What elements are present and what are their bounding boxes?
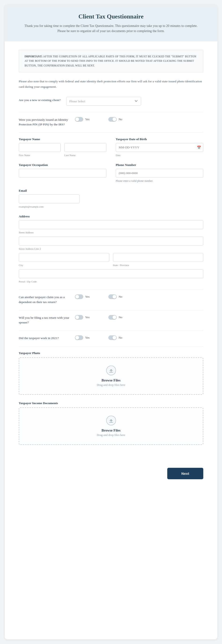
important-text: IMPORTANT: AFTER THE COMPLETION OF ALL A… [24,54,198,68]
dob-field-group: 📅 Date [116,143,204,156]
last-name-sublabel: Last Name [64,154,106,156]
ip-pin-question: Were you previously issued an Identity P… [19,117,75,127]
street2-sublabel: Street Address Line 2 [19,247,203,250]
ip-pin-yes-option: Yes [75,117,90,122]
dependent-no-toggle[interactable] [108,294,117,299]
income-documents-label: Taxpayer Income Documents [19,401,203,405]
dependent-options: Yes No [75,294,203,299]
first-name-group: First Name [19,143,60,156]
last-name-input[interactable] [64,143,106,152]
income-documents-upload-box[interactable]: Browse Files Drag and drop files here [19,408,203,445]
worked-no-toggle[interactable] [108,335,117,340]
header-section: Client Tax Questionnaire Thank you for t… [5,5,217,42]
phone-validation-note: Please enter a valid phone number. [116,180,204,182]
spouse-yes-label: Yes [85,316,90,319]
dob-sublabel: Date [116,154,204,156]
ip-pin-no-label: No [118,118,122,121]
upload-icon-income [106,415,116,426]
zip-input[interactable] [19,269,203,278]
phone-section: Phone Number Please enter a valid phone … [116,163,204,182]
income-documents-drag-label: Drag and drop files here [24,434,198,437]
client-type-section: Are you a new or existing client? Please… [19,97,203,106]
street-address-input[interactable] [19,220,203,229]
street-address-group: Street Address [19,220,203,234]
ip-pin-yes-label: Yes [85,118,90,121]
taxpayer-dob-section: Taxpayer Date of Birth 📅 Date [116,137,204,156]
zip-sublabel: Postal / Zip Code [19,280,203,283]
income-documents-browse-label: Browse Files [24,428,198,432]
dob-input[interactable] [116,143,204,152]
state-group: State / Province [113,253,204,266]
state-input[interactable] [113,253,204,262]
ip-pin-no-option: No [108,117,122,122]
first-name-sublabel: First Name [19,154,60,156]
spouse-no-label: No [118,316,122,319]
dependent-question: Can another taxpayer claim you as a depe… [19,294,75,304]
income-documents-section: Taxpayer Income Documents Browse Files D… [19,401,203,445]
taxpayer-name-dob-row: Taxpayer Name First Name Last Name Taxpa… [19,137,203,156]
taxpayer-photo-label: Taxpayer Photo [19,351,203,355]
spouse-no-toggle[interactable] [108,315,117,320]
last-name-group: Last Name [64,143,106,156]
city-group: City [19,253,109,266]
ip-pin-section: Were you previously issued an Identity P… [19,117,203,127]
divider-6 [19,346,203,346]
city-input[interactable] [19,253,109,262]
worked-yes-label: Yes [85,336,90,340]
email-input[interactable] [19,194,80,203]
taxpayer-photo-browse-label: Browse Files [24,378,198,382]
header-description: Thank you for taking time to complete th… [24,24,198,34]
client-type-label: Are you a new or existing client? [19,98,60,102]
spouse-yes-option: Yes [75,315,90,320]
client-type-select[interactable]: Please Select New Client Existing Client [66,97,141,106]
taxpayer-photo-upload-box[interactable]: Browse Files Drag and drop files here [19,357,203,395]
spouse-filing-options: Yes No [75,315,203,320]
taxpayer-name-label: Taxpayer Name [19,137,106,141]
spouse-no-option: No [108,315,122,320]
street-address2-group: Street Address Line 2 [19,236,203,250]
next-button[interactable]: Next [167,468,203,479]
next-button-row: Next [5,463,217,486]
ip-pin-options: Yes No [75,117,203,122]
taxpayer-worked-question: Did the taxpayer work in 2021? [19,335,75,340]
email-section: Email example@example.com [19,189,203,208]
dependent-section: Can another taxpayer claim you as a depe… [19,294,203,304]
occupation-input[interactable] [19,169,106,178]
taxpayer-photo-drag-label: Drag and drop files here [24,383,198,387]
dependent-yes-toggle[interactable] [75,294,83,299]
email-field-group: example@example.com [19,194,80,208]
dependent-yes-option: Yes [75,294,90,299]
worked-yes-option: Yes [75,335,90,340]
phone-field-group: Please enter a valid phone number. [116,169,204,182]
occupation-section: Taxpayer Occupation [19,163,106,182]
upload-icon-photo [106,365,116,376]
state-sublabel: State / Province [113,264,204,266]
first-name-input[interactable] [19,143,60,152]
taxpayer-photo-section: Taxpayer Photo Browse Files Drag and dro… [19,351,203,395]
divider-5 [19,330,203,331]
worked-yes-toggle[interactable] [75,335,83,340]
ip-pin-no-toggle[interactable] [108,117,117,122]
important-notice: IMPORTANT: AFTER THE COMPLETION OF ALL A… [19,50,203,72]
divider-3 [19,290,203,290]
divider-2 [19,132,203,133]
phone-input[interactable] [116,169,204,178]
spouse-yes-toggle[interactable] [75,315,83,320]
worked-no-option: No [108,335,122,340]
street-address2-input[interactable] [19,236,203,246]
ip-pin-yes-toggle[interactable] [75,117,83,122]
taxpayer-dob-label: Taxpayer Date of Birth [116,137,204,141]
dependent-no-label: No [118,295,122,298]
name-fields-row: First Name Last Name [19,143,106,156]
form-body: IMPORTANT: AFTER THE COMPLETION OF ALL A… [5,42,217,463]
dependent-no-option: No [108,294,122,299]
page-title: Client Tax Questionnaire [24,13,198,20]
address-section: Address Street Address Street Address Li… [19,214,203,283]
zip-group: Postal / Zip Code [19,269,203,283]
dob-input-wrapper: 📅 [116,143,204,152]
occupation-phone-row: Taxpayer Occupation Phone Number Please … [19,163,203,182]
important-body: AFTER THE COMPLETION OF ALL APPLICABLE P… [24,55,196,67]
city-state-row: City State / Province [19,253,203,266]
email-label: Email [19,189,203,192]
phone-label: Phone Number [116,163,204,167]
